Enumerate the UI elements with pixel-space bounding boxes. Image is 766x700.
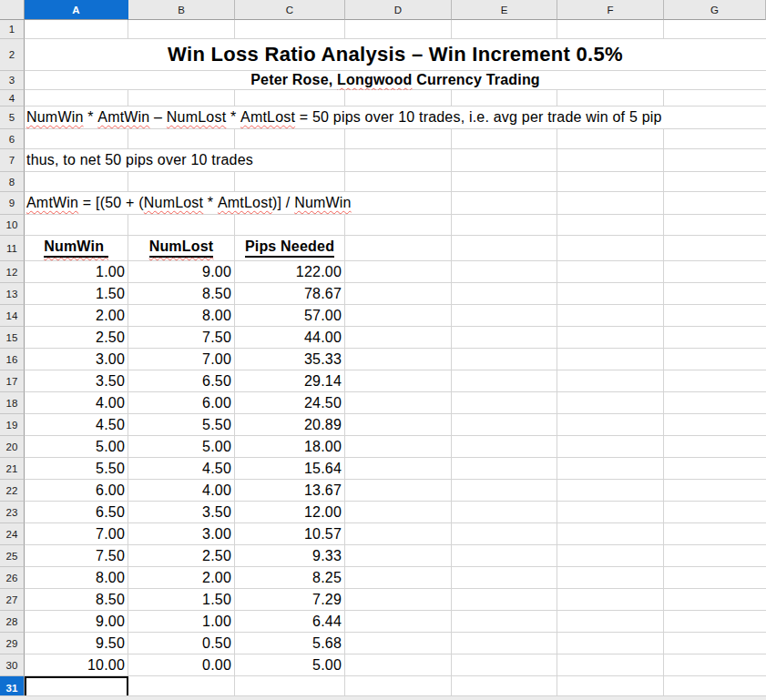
cell-e20[interactable] — [452, 436, 557, 458]
cell-a1[interactable] — [25, 20, 128, 39]
cell-c27[interactable]: 7.29 — [235, 589, 345, 611]
cell-f21[interactable] — [557, 458, 664, 480]
cell-d4[interactable] — [345, 90, 452, 107]
cell-b25[interactable]: 2.50 — [128, 545, 235, 567]
cell-e23[interactable] — [452, 502, 557, 523]
cell-e17[interactable] — [452, 370, 557, 392]
cell-d15[interactable] — [345, 327, 452, 349]
cell-b23[interactable]: 3.50 — [128, 502, 235, 523]
cell-e4[interactable] — [452, 90, 557, 107]
cell-e18[interactable] — [452, 392, 557, 414]
cell-d20[interactable] — [345, 436, 452, 458]
column-header-g[interactable]: G — [664, 0, 766, 20]
cell-d10[interactable] — [345, 215, 452, 236]
cell-c25[interactable]: 9.33 — [235, 545, 345, 567]
row-header-26[interactable]: 26 — [0, 567, 25, 589]
row-header-19[interactable]: 19 — [0, 414, 25, 436]
cell-f11[interactable] — [557, 236, 664, 261]
row-header-3[interactable]: 3 — [0, 71, 25, 90]
cell-a12[interactable]: 1.00 — [25, 261, 128, 283]
cell-e28[interactable] — [452, 611, 557, 633]
cell-a10[interactable] — [25, 215, 128, 236]
cell-d28[interactable] — [345, 611, 452, 633]
row-header-24[interactable]: 24 — [0, 523, 25, 545]
cell-g13[interactable] — [664, 283, 766, 305]
cell-g19[interactable] — [664, 414, 766, 436]
cell-c20[interactable]: 18.00 — [235, 436, 345, 458]
cell-e30[interactable] — [452, 654, 557, 676]
column-header-c[interactable]: C — [235, 0, 345, 20]
cell-a30[interactable]: 10.00 — [25, 654, 128, 676]
cell-c18[interactable]: 24.50 — [235, 392, 345, 414]
cell-d7[interactable] — [345, 149, 452, 172]
row-header-13[interactable]: 13 — [0, 283, 25, 305]
cell-d13[interactable] — [345, 283, 452, 305]
cell-c4[interactable] — [235, 90, 345, 107]
cell-c24[interactable]: 10.57 — [235, 523, 345, 545]
row-header-7[interactable]: 7 — [0, 149, 25, 172]
cell-a26[interactable]: 8.00 — [25, 567, 128, 589]
cell-g28[interactable] — [664, 611, 766, 633]
cell-a22[interactable]: 6.00 — [25, 480, 128, 502]
cell-e22[interactable] — [452, 480, 557, 502]
cell-e14[interactable] — [452, 305, 557, 327]
cell-f16[interactable] — [557, 349, 664, 370]
cell-b12[interactable]: 9.00 — [128, 261, 235, 283]
cell-a8[interactable] — [25, 172, 128, 192]
cell-a11[interactable]: NumWin — [25, 236, 128, 261]
cell-e8[interactable] — [452, 172, 557, 192]
cell-d14[interactable] — [345, 305, 452, 327]
select-all-corner[interactable] — [0, 0, 25, 20]
cell-b28[interactable]: 1.00 — [128, 611, 235, 633]
cell-b29[interactable]: 0.50 — [128, 633, 235, 654]
cell-f7[interactable] — [557, 149, 664, 172]
cell-g10[interactable] — [664, 215, 766, 236]
cell-f30[interactable] — [557, 654, 664, 676]
cell-b1[interactable] — [128, 20, 235, 39]
column-header-e[interactable]: E — [452, 0, 557, 20]
cell-e13[interactable] — [452, 283, 557, 305]
cell-f4[interactable] — [557, 90, 664, 107]
cell-e29[interactable] — [452, 633, 557, 654]
cell-c23[interactable]: 12.00 — [235, 502, 345, 523]
row-header-10[interactable]: 10 — [0, 215, 25, 236]
cell-c22[interactable]: 13.67 — [235, 480, 345, 502]
column-header-a[interactable]: A — [25, 0, 128, 20]
cell-e24[interactable] — [452, 523, 557, 545]
cell-b21[interactable]: 4.50 — [128, 458, 235, 480]
row-header-11[interactable]: 11 — [0, 236, 25, 261]
cell-e7[interactable] — [452, 149, 557, 172]
cell-c10[interactable] — [235, 215, 345, 236]
row-header-23[interactable]: 23 — [0, 502, 25, 523]
cell-c21[interactable]: 15.64 — [235, 458, 345, 480]
cell-e9[interactable] — [452, 192, 557, 215]
row-header-18[interactable]: 18 — [0, 392, 25, 414]
cell-e27[interactable] — [452, 589, 557, 611]
row-header-2[interactable]: 2 — [0, 39, 25, 71]
cell-b11[interactable]: NumLost — [128, 236, 235, 261]
cell-f19[interactable] — [557, 414, 664, 436]
cell-a15[interactable]: 2.50 — [25, 327, 128, 349]
cell-g30[interactable] — [664, 654, 766, 676]
cell-e16[interactable] — [452, 349, 557, 370]
cell-f15[interactable] — [557, 327, 664, 349]
cell-b6[interactable] — [128, 129, 235, 149]
cell-e10[interactable] — [452, 215, 557, 236]
cell-g1[interactable] — [664, 20, 766, 39]
cell-g6[interactable] — [664, 129, 766, 149]
cell-e1[interactable] — [452, 20, 557, 39]
cell-b8[interactable] — [128, 172, 235, 192]
cell-e6[interactable] — [452, 129, 557, 149]
cell-a4[interactable] — [25, 90, 128, 107]
cell-f9[interactable] — [557, 192, 664, 215]
column-header-d[interactable]: D — [345, 0, 452, 20]
cell-f29[interactable] — [557, 633, 664, 654]
cell-a27[interactable]: 8.50 — [25, 589, 128, 611]
cell-a5-merged[interactable]: NumWin * AmtWin – NumLost * AmtLost = 50… — [25, 107, 766, 129]
cell-a3-merged[interactable]: Peter Rose, Longwood Currency Trading — [25, 71, 766, 90]
row-header-28[interactable]: 28 — [0, 611, 25, 633]
cell-a28[interactable]: 9.00 — [25, 611, 128, 633]
row-header-16[interactable]: 16 — [0, 349, 25, 370]
cell-d1[interactable] — [345, 20, 452, 39]
cell-b16[interactable]: 7.00 — [128, 349, 235, 370]
